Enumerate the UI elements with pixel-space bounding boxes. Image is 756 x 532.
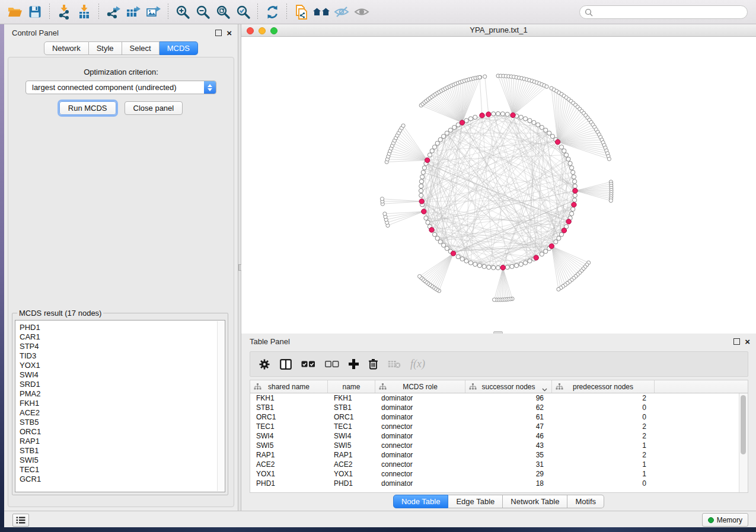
- mcds-dominator-node[interactable]: [555, 140, 560, 145]
- network-node[interactable]: [562, 149, 566, 153]
- mcds-dominator-node[interactable]: [566, 219, 571, 224]
- add-column-icon[interactable]: [349, 359, 359, 369]
- mcds-result-item[interactable]: SWI4: [20, 370, 216, 380]
- network-node[interactable]: [566, 157, 570, 161]
- network-node[interactable]: [438, 137, 442, 142]
- network-node[interactable]: [505, 112, 509, 116]
- network-node[interactable]: [557, 287, 560, 291]
- mcds-dominator-node[interactable]: [572, 202, 576, 207]
- mcds-dominator-node[interactable]: [511, 113, 515, 117]
- table-row[interactable]: TEC1TEC1connector472: [250, 422, 739, 431]
- network-node[interactable]: [568, 161, 572, 165]
- network-node[interactable]: [493, 298, 496, 302]
- copy-network-icon[interactable]: [291, 2, 311, 21]
- network-node[interactable]: [401, 124, 405, 127]
- mcds-result-item[interactable]: TEC1: [20, 465, 216, 475]
- network-node[interactable]: [445, 131, 449, 135]
- network-node[interactable]: [419, 193, 423, 197]
- tab-style[interactable]: Style: [89, 41, 122, 55]
- mcds-dominator-node[interactable]: [429, 227, 434, 232]
- network-node[interactable]: [571, 170, 575, 174]
- mcds-result-item[interactable]: PHD1: [20, 323, 216, 332]
- deselect-all-icon[interactable]: [325, 361, 339, 367]
- memory-button[interactable]: Memory: [702, 513, 748, 527]
- network-node[interactable]: [418, 274, 422, 278]
- network-node[interactable]: [380, 197, 384, 201]
- network-node[interactable]: [419, 180, 423, 184]
- network-node[interactable]: [456, 255, 460, 259]
- mcds-result-item[interactable]: RAP1: [20, 437, 216, 446]
- network-node[interactable]: [448, 128, 452, 132]
- column-header-MCDS-role[interactable]: MCDS role: [375, 380, 465, 393]
- network-node[interactable]: [435, 141, 439, 145]
- mcds-result-list[interactable]: PHD1CAR1STP4TID3YOX1SWI4SRD1PMA2FKH1ACE2…: [15, 320, 225, 492]
- table-scrollbar-thumb[interactable]: [741, 395, 746, 454]
- network-node[interactable]: [435, 236, 439, 241]
- mcds-dominator-node[interactable]: [425, 158, 430, 162]
- network-node[interactable]: [547, 131, 551, 135]
- refresh-icon[interactable]: [262, 2, 282, 21]
- network-node[interactable]: [468, 261, 473, 265]
- network-node[interactable]: [564, 153, 569, 157]
- mcds-result-item[interactable]: SRD1: [20, 380, 216, 389]
- mcds-result-item[interactable]: TID3: [20, 351, 216, 361]
- network-node[interactable]: [460, 257, 464, 261]
- network-node[interactable]: [419, 188, 423, 193]
- select-all-icon[interactable]: [301, 361, 315, 367]
- mcds-result-item[interactable]: ACE2: [20, 408, 216, 418]
- network-node[interactable]: [464, 259, 468, 263]
- network-node[interactable]: [554, 240, 558, 244]
- network-node[interactable]: [544, 249, 548, 254]
- network-node[interactable]: [473, 115, 477, 119]
- mcds-dominator-node[interactable]: [451, 251, 455, 256]
- network-node[interactable]: [510, 264, 514, 268]
- minimize-window-icon[interactable]: [259, 27, 266, 34]
- network-node[interactable]: [483, 75, 487, 78]
- network-node[interactable]: [519, 262, 523, 267]
- table-row[interactable]: ORC1ORC1dominator610: [250, 412, 739, 422]
- table-row[interactable]: ACE2ACE2connector311: [250, 460, 739, 469]
- network-node[interactable]: [550, 134, 554, 139]
- network-node[interactable]: [524, 117, 528, 121]
- mcds-dominator-node[interactable]: [500, 265, 505, 270]
- network-node[interactable]: [432, 145, 436, 149]
- network-node[interactable]: [607, 157, 611, 161]
- network-node[interactable]: [496, 111, 500, 116]
- network-node[interactable]: [515, 264, 519, 268]
- search-input[interactable]: [593, 8, 747, 17]
- network-view-canvas[interactable]: [241, 37, 756, 334]
- network-node[interactable]: [524, 261, 528, 265]
- settings-gear-icon[interactable]: [259, 358, 270, 370]
- tab-motifs[interactable]: Motifs: [567, 495, 604, 508]
- network-node[interactable]: [540, 125, 544, 129]
- tab-edge-table[interactable]: Edge Table: [448, 495, 503, 508]
- task-history-button[interactable]: [12, 514, 29, 527]
- close-window-icon[interactable]: [247, 27, 254, 34]
- network-node[interactable]: [383, 212, 387, 216]
- zoom-out-icon[interactable]: [193, 2, 213, 21]
- open-file-icon[interactable]: [5, 2, 25, 21]
- delete-column-icon[interactable]: [368, 358, 378, 370]
- table-row[interactable]: RAP1RAP1dominator352: [250, 450, 739, 460]
- network-node[interactable]: [452, 125, 457, 129]
- network-node[interactable]: [500, 112, 505, 116]
- network-node[interactable]: [532, 120, 536, 124]
- zoom-fit-icon[interactable]: [213, 2, 233, 21]
- mcds-dominator-node[interactable]: [573, 188, 578, 193]
- mcds-dominator-node[interactable]: [549, 243, 554, 248]
- network-node[interactable]: [505, 265, 509, 270]
- network-node[interactable]: [559, 145, 563, 149]
- table-scrollbar[interactable]: [739, 393, 748, 492]
- network-node[interactable]: [609, 199, 613, 203]
- mcds-result-item[interactable]: PMA2: [20, 389, 216, 399]
- column-header-successor-nodes[interactable]: successor nodes: [465, 380, 552, 393]
- mcds-dominator-node[interactable]: [534, 255, 538, 260]
- close-panel-button[interactable]: Close panel: [125, 101, 183, 115]
- save-session-icon[interactable]: [25, 2, 45, 21]
- export-network-icon[interactable]: [103, 2, 123, 21]
- network-node[interactable]: [540, 252, 544, 256]
- network-node[interactable]: [496, 265, 500, 270]
- network-node[interactable]: [422, 166, 426, 170]
- mcds-result-item[interactable]: ORC1: [20, 427, 216, 437]
- mcds-dominator-node[interactable]: [480, 113, 484, 118]
